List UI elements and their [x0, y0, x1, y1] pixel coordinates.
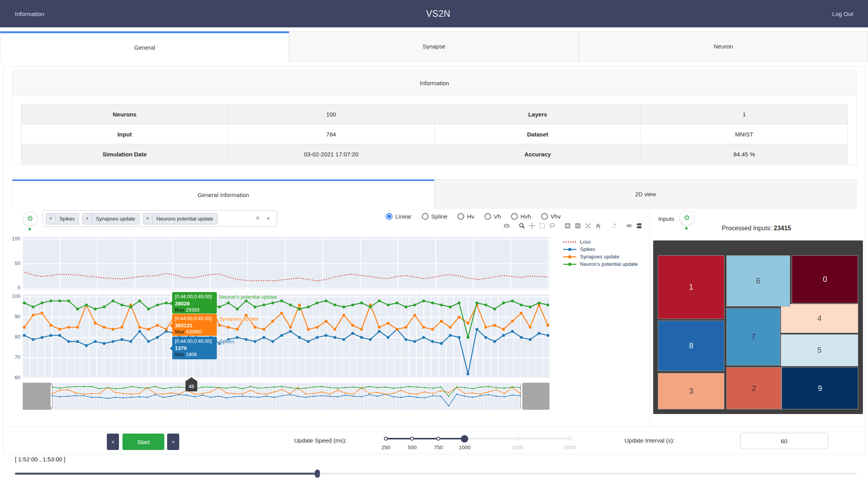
tooltip-value: 383121: [175, 322, 214, 329]
app-title: VS2N: [426, 9, 450, 19]
info-value: 03-02-2021 17:07:20: [228, 144, 434, 164]
hover-closest-icon[interactable]: [625, 222, 632, 229]
update-interval-label: Update Interval (s):: [625, 437, 675, 444]
info-value: MNIST: [641, 124, 848, 144]
tooltip-max: Max 1806: [175, 351, 214, 358]
line-mode-radio-linear[interactable]: Linear: [386, 213, 412, 220]
line-mode-radio-spline[interactable]: Spline: [422, 213, 448, 220]
info-value: 784: [228, 124, 434, 144]
legend-label: Loss: [580, 239, 591, 245]
speed-tick-label: 500: [408, 445, 417, 450]
main-tab-general[interactable]: General: [0, 31, 289, 61]
main-tab-synapse[interactable]: Synapse: [289, 31, 578, 61]
range-position-marker[interactable]: 45: [185, 377, 197, 391]
tooltip-series-label: Neuron's potential update: [219, 294, 277, 300]
speed-tick-dot[interactable]: [410, 437, 414, 441]
speed-slider-handle[interactable]: [461, 435, 468, 443]
step-back-button[interactable]: <: [107, 434, 119, 450]
table-row: Simulation Date03-02-2021 17:07:20Accura…: [22, 144, 848, 164]
power-icon: [27, 215, 33, 223]
chip-label: Synapses update: [92, 216, 139, 222]
camera-icon[interactable]: [503, 222, 510, 229]
box-select-icon[interactable]: [539, 222, 546, 229]
sub-tab-2d-view[interactable]: 2D view: [434, 179, 857, 208]
speed-tick-dot[interactable]: [515, 437, 519, 441]
speed-tick-dot[interactable]: [568, 437, 572, 441]
top-navbar: Information VS2N Log Out: [0, 0, 868, 27]
update-speed-slider[interactable]: 250500750100015002000: [386, 433, 570, 453]
pan-icon[interactable]: [529, 222, 535, 229]
info-label: Neurons: [22, 104, 228, 124]
speed-tick-label: 1000: [459, 445, 470, 450]
loss-plot[interactable]: [23, 237, 549, 290]
zoom-in-icon[interactable]: [564, 222, 571, 229]
logout-link[interactable]: Log Out: [832, 11, 853, 17]
treemap-cell-7[interactable]: 7: [726, 308, 780, 366]
lasso-select-icon[interactable]: [549, 222, 556, 229]
line-mode-radio-vh[interactable]: Vh: [484, 213, 501, 220]
treemap-cell-0[interactable]: 0: [792, 255, 858, 303]
y-tick-label: 0: [4, 285, 20, 290]
legend-item[interactable]: Spikes: [563, 246, 638, 252]
radio-icon: [541, 213, 548, 220]
legend-line-sample: [563, 255, 577, 259]
treemap-cell-5[interactable]: 5: [781, 334, 858, 366]
activity-plot[interactable]: [23, 294, 549, 378]
range-slider-plot[interactable]: [23, 383, 549, 410]
step-forward-button[interactable]: >: [167, 434, 179, 450]
line-shape-radios: LinearSplineHvVhHvhVhv: [386, 213, 561, 220]
zoom-out-icon[interactable]: [574, 222, 581, 229]
radio-icon: [386, 213, 393, 220]
autoscale-icon[interactable]: [585, 222, 591, 229]
chevron-down-icon[interactable]: ▼: [266, 216, 270, 221]
time-slider-handle[interactable]: [315, 470, 320, 478]
treemap-cell-1[interactable]: 1: [658, 255, 724, 319]
sub-tab-general-information[interactable]: General information: [12, 179, 434, 208]
nav-information-link[interactable]: Information: [15, 11, 44, 17]
line-mode-radio-vhv[interactable]: Vhv: [541, 213, 561, 220]
time-window-slider[interactable]: [15, 469, 857, 478]
legend-line-sample: [563, 262, 577, 267]
y-tick-label: 100: [4, 236, 20, 242]
legend-item[interactable]: Neuron's potential update: [563, 261, 638, 267]
clear-selection-icon[interactable]: ×: [256, 215, 259, 222]
hover-compare-icon[interactable]: [636, 222, 642, 229]
legend-line-sample: [563, 240, 577, 244]
info-value: 84.45 %: [641, 144, 848, 164]
line-mode-radio-hv[interactable]: Hv: [457, 213, 474, 220]
y-tick-label: 50: [4, 260, 20, 266]
time-window-label: [ 1:52:00 , 1:53:00 ]: [15, 456, 65, 462]
y-tick-label: 80: [4, 334, 20, 340]
radio-label: Vhv: [551, 213, 561, 220]
radio-label: Hv: [467, 213, 474, 220]
speed-tick-dot[interactable]: [384, 437, 388, 441]
legend-item[interactable]: Loss: [563, 239, 638, 245]
treemap-cell-3[interactable]: 3: [658, 373, 724, 409]
table-row: Input784DatasetMNIST: [22, 124, 848, 144]
radio-icon: [511, 213, 518, 220]
update-interval-input[interactable]: [740, 433, 828, 449]
legend-label: Spikes: [580, 246, 595, 252]
speed-tick-dot[interactable]: [436, 437, 440, 441]
reset-home-icon[interactable]: [595, 222, 601, 229]
spikelines-icon[interactable]: [610, 222, 617, 229]
tooltip-arrow: [170, 323, 172, 328]
inputs-power-button[interactable]: [679, 211, 694, 226]
tooltip-value: 1370: [175, 345, 214, 352]
treemap-cell-4[interactable]: 4: [781, 304, 858, 333]
treemap-cell-6[interactable]: 6: [726, 255, 790, 307]
treemap-cell-9[interactable]: 9: [782, 367, 858, 409]
line-mode-radio-hvh[interactable]: Hvh: [511, 213, 531, 220]
tooltip-series-label: Spikes: [219, 339, 234, 344]
main-tab-neuron[interactable]: Neuron: [579, 31, 868, 61]
treemap-cell-2[interactable]: 2: [726, 367, 782, 409]
tooltip-arrow: [170, 301, 172, 306]
treemap-cell-8[interactable]: 8: [658, 321, 724, 371]
start-button[interactable]: Start: [122, 434, 164, 450]
chart-legend: LossSpikesSynapses updateNeuron's potent…: [563, 239, 638, 267]
zoom-icon[interactable]: [519, 222, 525, 229]
tooltip-range: [0:44:00,0:45:00]: [175, 315, 214, 322]
legend-item[interactable]: Synapses update: [563, 254, 638, 260]
tooltip-series-label: Synapses update: [219, 316, 258, 322]
info-label: Simulation Date: [22, 144, 228, 164]
